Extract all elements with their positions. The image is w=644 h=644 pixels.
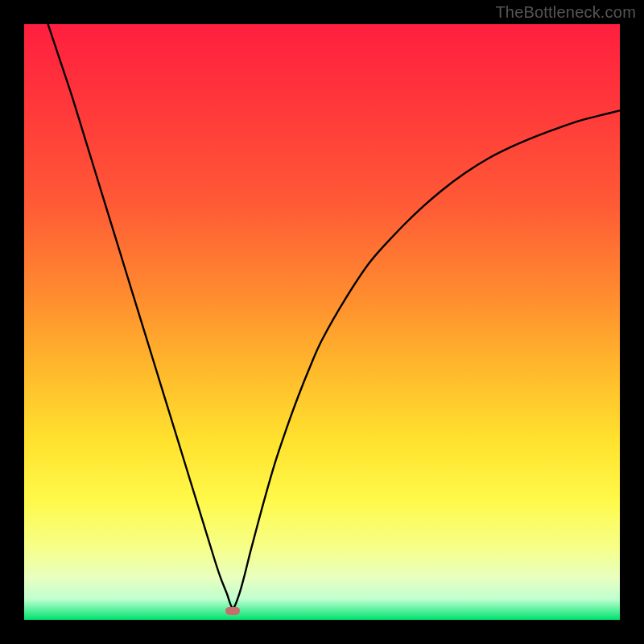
plot-area xyxy=(24,24,620,620)
watermark-text: TheBottleneck.com xyxy=(495,3,636,22)
optimum-marker xyxy=(225,607,240,615)
svg-rect-0 xyxy=(225,607,240,615)
chart-frame: TheBottleneck.com xyxy=(0,0,644,644)
bottleneck-chart xyxy=(24,24,620,620)
gradient-background xyxy=(24,24,620,620)
